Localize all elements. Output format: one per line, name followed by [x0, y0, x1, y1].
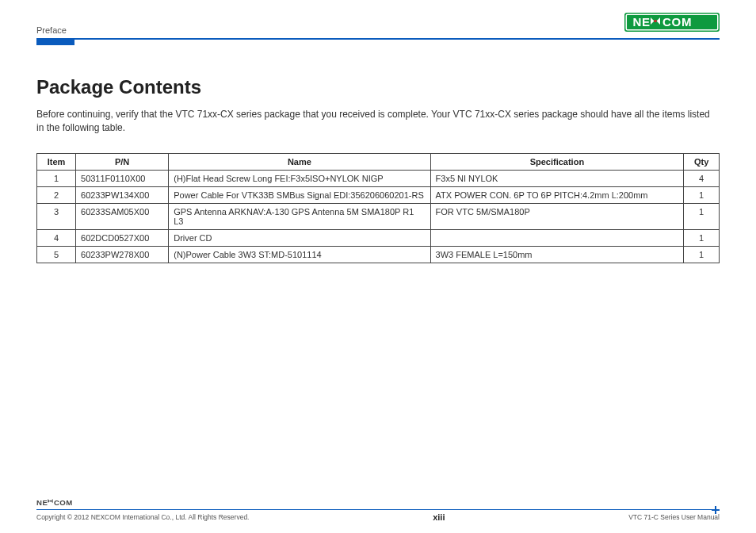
- nexcom-logo-icon: NE COM: [624, 13, 720, 32]
- intro-paragraph: Before continuing, verify that the VTC 7…: [36, 108, 718, 136]
- table-row: 5 60233PW278X00 (N)Power Cable 3W3 ST:MD…: [37, 246, 720, 263]
- svg-text:COM: COM: [662, 15, 692, 29]
- cell-spec: FOR VTC 5M/SMA180P: [430, 203, 684, 229]
- cell-qty: 1: [684, 229, 720, 246]
- cell-item: 5: [37, 246, 76, 263]
- th-pn: P/N: [76, 153, 169, 170]
- table-row: 3 60233SAM05X00 GPS Antenna ARKNAV:A-130…: [37, 203, 720, 229]
- cell-qty: 1: [684, 246, 720, 263]
- page-footer: NE COM Copyright © 2012 NEXCOM Internati…: [36, 497, 720, 522]
- page-number: xiii: [433, 512, 445, 522]
- header-rule-tab: [36, 40, 74, 45]
- cell-name: Power Cable For VTK33B SMBus Signal EDI:…: [169, 186, 430, 203]
- th-name: Name: [169, 153, 430, 170]
- doc-title: VTC 71-C Series User Manual: [628, 513, 720, 521]
- cell-spec: F3x5 NI NYLOK: [430, 170, 684, 186]
- cell-item: 3: [37, 203, 76, 229]
- cell-name: (N)Power Cable 3W3 ST:MD-5101114: [169, 246, 430, 263]
- cell-pn: 50311F0110X00: [76, 170, 169, 186]
- cell-name: (H)Flat Head Screw Long FEI:F3x5ISO+NYLO…: [169, 170, 430, 186]
- copyright: Copyright © 2012 NEXCOM International Co…: [36, 513, 249, 521]
- section-label: Preface: [36, 25, 67, 35]
- page-body: Package Contents Before continuing, veri…: [36, 76, 720, 263]
- svg-text:COM: COM: [54, 498, 73, 507]
- page-title: Package Contents: [36, 76, 720, 98]
- svg-text:NE: NE: [36, 498, 48, 507]
- logo-top: NE COM: [624, 13, 720, 35]
- cell-spec: 3W3 FEMALE L=150mm: [430, 246, 684, 263]
- cell-name: GPS Antenna ARKNAV:A-130 GPS Antenna 5M …: [169, 203, 430, 229]
- cell-qty: 1: [684, 203, 720, 229]
- svg-point-5: [654, 20, 656, 22]
- footer-left: NE COM: [36, 497, 720, 509]
- svg-marker-8: [48, 499, 49, 503]
- table-row: 2 60233PW134X00 Power Cable For VTK33B S…: [37, 186, 720, 203]
- cell-qty: 1: [684, 186, 720, 203]
- document-page: Preface NE COM Package Contents Before c…: [0, 0, 756, 533]
- th-qty: Qty: [684, 153, 720, 170]
- cell-pn: 60233PW134X00: [76, 186, 169, 203]
- table-row: 1 50311F0110X00 (H)Flat Head Screw Long …: [37, 170, 720, 186]
- nexcom-logo-footer-icon: NE COM: [36, 497, 92, 508]
- cell-pn: 60233PW278X00: [76, 246, 169, 263]
- header-rule: [36, 38, 720, 40]
- table-row: 4 602DCD0527X00 Driver CD 1: [37, 229, 720, 246]
- th-spec: Specification: [430, 153, 684, 170]
- page-header: Preface NE COM: [36, 14, 720, 35]
- footer-rule: [36, 509, 720, 510]
- cell-item: 1: [37, 170, 76, 186]
- cell-pn: 60233SAM05X00: [76, 203, 169, 229]
- cell-item: 2: [37, 186, 76, 203]
- th-item: Item: [37, 153, 76, 170]
- cell-qty: 4: [684, 170, 720, 186]
- cell-name: Driver CD: [169, 229, 430, 246]
- svg-text:NE: NE: [633, 15, 651, 29]
- svg-point-10: [50, 500, 52, 502]
- footer-cross-icon: [712, 506, 720, 514]
- table-header-row: Item P/N Name Specification Qty: [37, 153, 720, 170]
- svg-marker-9: [51, 499, 52, 503]
- cell-item: 4: [37, 229, 76, 246]
- cell-spec: ATX POWER CON. 6P TO 6P PITCH:4.2mm L:20…: [430, 186, 684, 203]
- footer-row: Copyright © 2012 NEXCOM International Co…: [36, 512, 720, 522]
- package-contents-table: Item P/N Name Specification Qty 1 50311F…: [36, 153, 720, 263]
- cell-pn: 602DCD0527X00: [76, 229, 169, 246]
- cell-spec: [430, 229, 684, 246]
